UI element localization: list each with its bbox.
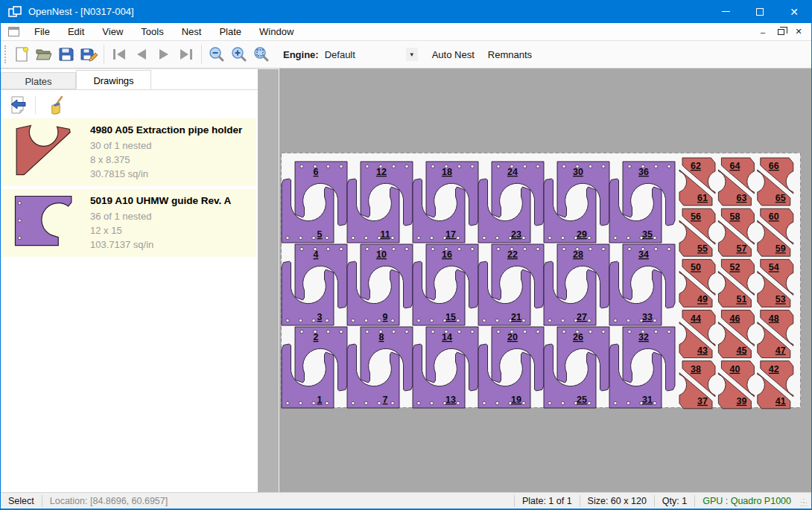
drawing-item-extraction-pipe-holder[interactable]: 4980 A05 Extraction pipe holder 30 of 1 … bbox=[2, 118, 256, 186]
mdi-close-button[interactable]: ✕ bbox=[792, 26, 805, 38]
svg-text:4: 4 bbox=[314, 249, 319, 260]
tab-bar: Plates Drawings bbox=[1, 71, 258, 90]
mdi-restore-button[interactable] bbox=[774, 26, 787, 38]
return-part-button[interactable] bbox=[7, 94, 31, 116]
svg-text:50: 50 bbox=[691, 262, 701, 272]
svg-text:11: 11 bbox=[380, 229, 390, 240]
save-as-button[interactable] bbox=[77, 43, 100, 66]
menu-item-tools[interactable]: Tools bbox=[132, 24, 172, 39]
svg-text:46: 46 bbox=[729, 313, 740, 324]
toolbar-separator bbox=[201, 45, 202, 64]
menu-item-view[interactable]: View bbox=[93, 24, 132, 39]
svg-text:53: 53 bbox=[775, 294, 786, 305]
opennest-window: { "window": { "title": "OpenNest - [N031… bbox=[0, 0, 812, 510]
mdi-minimize-button[interactable]: – bbox=[756, 26, 770, 38]
resize-grip[interactable]: .: .:: bbox=[800, 499, 809, 508]
mdi-document-icon[interactable] bbox=[8, 27, 19, 36]
svg-text:40: 40 bbox=[729, 364, 740, 374]
next-icon bbox=[155, 45, 173, 63]
panel-splitter[interactable] bbox=[258, 68, 279, 492]
svg-text:35: 35 bbox=[642, 229, 653, 240]
toolbar-grip[interactable] bbox=[4, 45, 7, 63]
drawing-nested-count: 36 of 1 nested bbox=[90, 211, 231, 223]
menu-item-file[interactable]: File bbox=[25, 24, 59, 39]
svg-text:41: 41 bbox=[775, 396, 786, 407]
menu-item-window[interactable]: Window bbox=[250, 24, 302, 39]
drawing-area: 30.7815 sq/in bbox=[90, 168, 242, 180]
svg-text:22: 22 bbox=[507, 249, 518, 260]
zoom-out-button[interactable] bbox=[206, 43, 228, 66]
new-file-button[interactable] bbox=[10, 43, 33, 66]
clear-nest-button[interactable] bbox=[45, 94, 69, 116]
svg-text:7: 7 bbox=[383, 395, 388, 405]
svg-text:21: 21 bbox=[511, 312, 521, 322]
svg-text:23: 23 bbox=[511, 229, 521, 240]
tab-drawings[interactable]: Drawings bbox=[76, 70, 151, 89]
svg-text:13: 13 bbox=[445, 395, 456, 405]
save-as-icon bbox=[80, 45, 98, 63]
svg-text:33: 33 bbox=[642, 312, 653, 322]
drawing-item-uhmw-guide[interactable]: 5019 A10 UHMW guide Rev. A 36 of 1 neste… bbox=[2, 189, 256, 257]
minimize-button[interactable] bbox=[708, 0, 743, 23]
maximize-button[interactable] bbox=[743, 0, 777, 23]
svg-text:15: 15 bbox=[445, 312, 456, 322]
part-shape-purple bbox=[8, 194, 80, 248]
svg-text:10: 10 bbox=[376, 249, 387, 260]
svg-text:16: 16 bbox=[442, 249, 452, 260]
close-icon: ✕ bbox=[790, 7, 799, 17]
svg-text:18: 18 bbox=[442, 167, 452, 177]
zoom-in-icon bbox=[230, 45, 248, 63]
zoom-fit-button[interactable] bbox=[250, 43, 273, 66]
nest-view[interactable]: 6543211211109871817161514132423222120193… bbox=[279, 68, 812, 492]
svg-text:26: 26 bbox=[573, 332, 583, 342]
svg-text:12: 12 bbox=[376, 167, 387, 177]
open-button[interactable] bbox=[33, 43, 55, 66]
first-plate-button[interactable] bbox=[108, 43, 130, 66]
close-button[interactable]: ✕ bbox=[777, 0, 811, 23]
svg-text:42: 42 bbox=[769, 364, 779, 374]
remnants-button[interactable]: Remnants bbox=[481, 45, 539, 64]
status-location: Location: [84.8696, 60.6957] bbox=[42, 496, 175, 506]
auto-nest-button[interactable]: Auto Nest bbox=[425, 45, 481, 64]
svg-text:44: 44 bbox=[691, 313, 701, 324]
svg-text:66: 66 bbox=[769, 161, 779, 171]
status-gpu: GPU : Quadro P1000 bbox=[695, 496, 799, 506]
svg-text:37: 37 bbox=[697, 396, 708, 407]
svg-text:61: 61 bbox=[697, 193, 708, 203]
svg-text:38: 38 bbox=[691, 364, 701, 374]
svg-text:65: 65 bbox=[775, 193, 786, 203]
svg-text:39: 39 bbox=[736, 396, 746, 407]
svg-text:27: 27 bbox=[577, 312, 587, 322]
svg-text:34: 34 bbox=[638, 249, 649, 260]
svg-text:30: 30 bbox=[573, 167, 583, 177]
drawing-thumbnail bbox=[8, 194, 83, 249]
previous-plate-button[interactable] bbox=[130, 43, 153, 66]
nest-canvas[interactable]: 6543211211109871817161514132423222120193… bbox=[279, 68, 812, 492]
engine-select[interactable]: Default bbox=[325, 49, 403, 60]
next-plate-button[interactable] bbox=[153, 43, 175, 66]
app-icon bbox=[8, 6, 22, 18]
engine-dropdown-arrow[interactable]: ▼ bbox=[406, 48, 418, 61]
svg-text:56: 56 bbox=[691, 211, 701, 222]
svg-text:5: 5 bbox=[317, 229, 323, 240]
svg-text:24: 24 bbox=[507, 167, 518, 177]
zoom-in-button[interactable] bbox=[228, 43, 250, 66]
svg-text:17: 17 bbox=[445, 229, 456, 240]
save-button[interactable] bbox=[55, 43, 77, 66]
svg-text:45: 45 bbox=[736, 345, 746, 356]
status-qty: Qty: 1 bbox=[655, 496, 694, 506]
tab-plates[interactable]: Plates bbox=[1, 72, 76, 89]
sidebar: Plates Drawings bbox=[1, 68, 258, 492]
svg-text:25: 25 bbox=[577, 395, 587, 405]
drawings-toolbar bbox=[1, 92, 258, 118]
menu-item-nest[interactable]: Nest bbox=[173, 24, 211, 39]
menu-item-edit[interactable]: Edit bbox=[59, 24, 93, 39]
svg-text:9: 9 bbox=[383, 312, 388, 322]
last-plate-button[interactable] bbox=[175, 43, 197, 66]
svg-text:36: 36 bbox=[638, 167, 649, 177]
svg-text:19: 19 bbox=[511, 395, 521, 405]
return-part-icon bbox=[9, 95, 28, 115]
svg-text:57: 57 bbox=[736, 243, 746, 254]
svg-text:28: 28 bbox=[573, 249, 583, 260]
menu-item-plate[interactable]: Plate bbox=[210, 24, 250, 39]
